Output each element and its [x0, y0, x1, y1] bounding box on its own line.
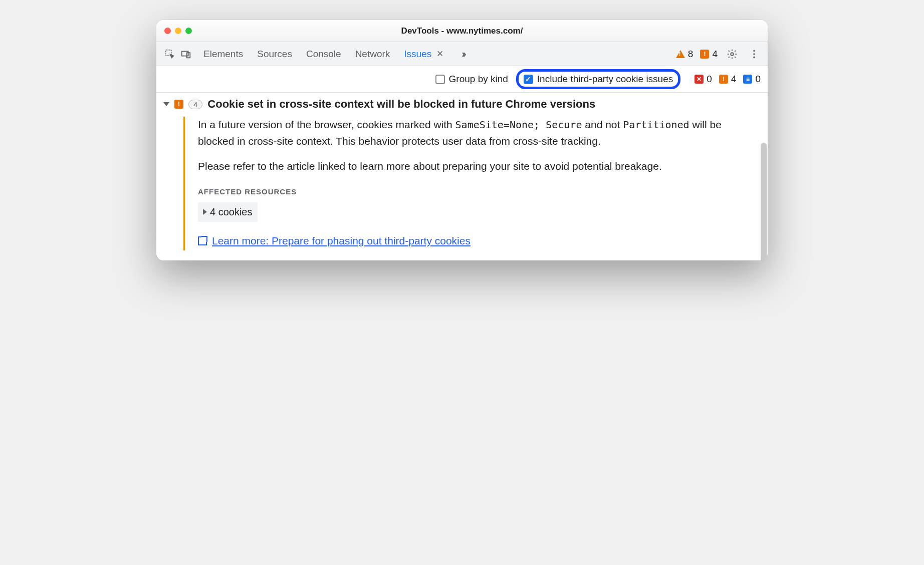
include-third-party-checkbox[interactable]: Include third-party cookie issues — [524, 74, 673, 85]
scrollbar-thumb[interactable] — [761, 143, 767, 260]
affected-resources-text: 4 cookies — [210, 204, 253, 220]
external-link-icon — [198, 236, 207, 245]
issue-body: In a future version of the browser, cook… — [183, 117, 761, 250]
more-tabs-icon[interactable]: ›› — [461, 48, 464, 60]
minimize-window-button[interactable] — [175, 28, 181, 34]
issue-header[interactable]: ! 4 Cookie set in cross-site context wil… — [163, 98, 761, 111]
code-partitioned: Partitioned — [623, 119, 689, 131]
checkbox-unchecked-icon — [435, 75, 445, 84]
breaking-count-badge[interactable]: ! 4 — [719, 74, 737, 85]
issues-filter-bar: Group by kind Include third-party cookie… — [156, 66, 768, 93]
breaking-change-icon: ! — [174, 100, 183, 109]
info-count-badge[interactable]: ≡ 0 — [743, 74, 761, 85]
affected-resources-toggle[interactable]: 4 cookies — [198, 202, 258, 222]
tab-network[interactable]: Network — [355, 49, 390, 60]
learn-more-link[interactable]: Learn more: Prepare for phasing out thir… — [198, 233, 471, 249]
close-tab-icon[interactable]: ✕ — [436, 49, 443, 59]
chevron-down-icon — [163, 102, 169, 106]
svg-point-6 — [753, 56, 755, 58]
more-options-icon[interactable] — [747, 47, 762, 62]
group-by-kind-label: Group by kind — [449, 74, 508, 85]
issue-paragraph-1: In a future version of the browser, cook… — [198, 117, 761, 149]
breaking-badge[interactable]: ! 4 — [700, 49, 718, 60]
scrollbar[interactable] — [761, 143, 767, 260]
code-samesite: SameSite=None; Secure — [455, 119, 582, 131]
traffic-lights — [164, 28, 192, 34]
issue-occurrence-count: 4 — [188, 100, 202, 109]
tab-issues-label: Issues — [404, 49, 431, 60]
issues-content: ! 4 Cookie set in cross-site context wil… — [156, 93, 768, 260]
affected-resources-label: AFFECTED RESOURCES — [198, 186, 761, 197]
device-toolbar-icon[interactable] — [178, 47, 193, 62]
close-window-button[interactable] — [164, 28, 171, 34]
devtools-window: DevTools - www.nytimes.com/ Elements Sou… — [156, 20, 768, 260]
info-icon: ≡ — [743, 75, 752, 84]
window-title: DevTools - www.nytimes.com/ — [156, 26, 768, 36]
include-third-party-label: Include third-party cookie issues — [537, 74, 673, 85]
issue-kind-counts: ✕ 0 ! 4 ≡ 0 — [695, 74, 761, 85]
svg-point-3 — [731, 53, 734, 56]
tab-issues[interactable]: Issues ✕ — [404, 49, 443, 60]
chevron-right-icon — [203, 209, 207, 215]
issue-title: Cookie set in cross-site context will be… — [207, 98, 595, 111]
warnings-count: 8 — [688, 49, 694, 60]
main-toolbar: Elements Sources Console Network Issues … — [156, 42, 768, 66]
tab-console[interactable]: Console — [306, 49, 341, 60]
checkbox-checked-icon — [524, 75, 533, 84]
maximize-window-button[interactable] — [185, 28, 192, 34]
breaking-change-icon: ! — [719, 75, 728, 84]
learn-more-text: Learn more: Prepare for phasing out thir… — [212, 233, 471, 249]
settings-icon[interactable] — [725, 47, 740, 62]
breaking-count: 4 — [712, 49, 718, 60]
issue-item: ! 4 Cookie set in cross-site context wil… — [156, 93, 768, 260]
window-titlebar: DevTools - www.nytimes.com/ — [156, 20, 768, 42]
inspect-element-icon[interactable] — [162, 47, 177, 62]
warning-triangle-icon — [676, 50, 685, 58]
issue-paragraph-2: Please refer to the article linked to le… — [198, 158, 761, 175]
tab-strip: Elements Sources Console Network Issues … — [203, 48, 465, 60]
tab-elements[interactable]: Elements — [203, 49, 243, 60]
breaking-filter-count: 4 — [731, 74, 737, 85]
tab-sources[interactable]: Sources — [257, 49, 292, 60]
error-icon: ✕ — [695, 75, 704, 84]
toolbar-right: 8 ! 4 — [676, 47, 762, 62]
breaking-change-icon: ! — [700, 50, 709, 59]
group-by-kind-checkbox[interactable]: Group by kind — [435, 74, 508, 85]
svg-point-5 — [753, 53, 755, 55]
svg-point-4 — [753, 50, 755, 52]
errors-count-badge[interactable]: ✕ 0 — [695, 74, 712, 85]
errors-count: 0 — [707, 74, 712, 85]
annotation-highlight: Include third-party cookie issues — [516, 69, 680, 89]
warnings-badge[interactable]: 8 — [676, 49, 694, 60]
info-count: 0 — [755, 74, 761, 85]
